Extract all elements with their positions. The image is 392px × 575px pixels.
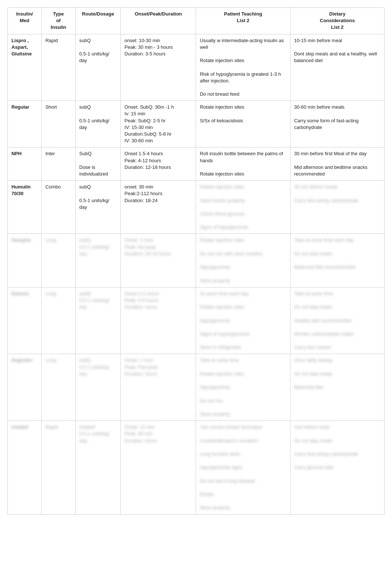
cell-type: Long	[41, 234, 75, 287]
cell-insulin-name: Humulin70/30	[8, 181, 42, 234]
cell-type: Long	[41, 287, 75, 354]
table-row: NPH Inter SubQDose isindividualized Onse…	[8, 147, 385, 181]
cell-route: subQ0.5-1 units/kg/day	[75, 287, 121, 354]
cell-route: subQ0.5-1 units/kg/day	[75, 34, 121, 101]
cell-dietary: 10-15 min before meal Dont skip meals an…	[290, 34, 384, 101]
cell-teaching: Use correct inhaler technique Contraindi…	[196, 421, 290, 514]
cell-dietary: Take at same time each day Do not skip m…	[290, 234, 384, 287]
cell-teaching: Rotate injection sites S/Sx of ketoacido…	[196, 101, 290, 147]
cell-route: subQ0.5-1 units/kg/day	[75, 354, 121, 421]
cell-insulin-name: Regular	[8, 101, 42, 147]
cell-insulin-name: Degludec	[8, 354, 42, 421]
cell-onset: onset: 30 min Peak:2-112 hours Duration:…	[121, 181, 196, 234]
header-patient-teaching: Patient TeachingList 2	[196, 8, 290, 34]
cell-teaching: Rotate injection sites Do not mix with o…	[196, 234, 290, 287]
cell-dietary: 30 min before meals Carry fast acting ca…	[290, 181, 384, 234]
cell-onset: Onset: 1 hourPeak: No peakDuration: 20-2…	[121, 234, 196, 287]
cell-route: subQ0.5-1 units/kg/day	[75, 234, 121, 287]
cell-onset: Onset: 1 hourPeak: Flat peakDuration: ho…	[121, 354, 196, 421]
cell-type: Combo	[41, 181, 75, 234]
cell-route: Inhaled0.5-1 units/kg/day	[75, 421, 121, 514]
cell-dietary: Use before meal Do not skip meals Carry …	[290, 421, 384, 514]
cell-teaching: Roll insulin bottle between the palms of…	[196, 147, 290, 181]
cell-dietary: Take at same time Do not skip meals Heal…	[290, 287, 384, 354]
cell-insulin-name: NPH	[8, 147, 42, 181]
table-row: Detemir Long subQ0.5-1 units/kg/day Onse…	[8, 287, 385, 354]
cell-teaching: At same time each day Rotate injection s…	[196, 287, 290, 354]
cell-onset: Onset 1-2 hoursPeak: 6-8 hoursDuration: …	[121, 287, 196, 354]
cell-insulin-name: Glargine	[8, 234, 42, 287]
cell-type: Inter	[41, 147, 75, 181]
cell-insulin-name: Inhaled	[8, 421, 42, 514]
cell-route: subQ0.5-1 units/kg/day	[75, 101, 121, 147]
cell-teaching: Usually w intermediate-acting insulin as…	[196, 34, 290, 101]
cell-dietary: 30-60 min before meals Carry some form o…	[290, 101, 384, 147]
header-insulin-med: Insulin/Med	[8, 8, 42, 34]
insulin-table: Insulin/Med TypeofInsulin Route/Dosage O…	[7, 7, 385, 515]
cell-insulin-name: Detemir	[8, 287, 42, 354]
cell-type: Rapid	[41, 421, 75, 514]
header-dietary-considerations: DietaryConsiderationsList 2	[290, 8, 384, 34]
cell-onset: Onset: 12 minPeak: 60 minDuration: hours	[121, 421, 196, 514]
cell-onset: onset: 10-30 minPeak: 30 min - 3 hoursDu…	[121, 34, 196, 101]
cell-teaching: Take at same time Rotate injection sites…	[196, 354, 290, 421]
cell-onset: Onset: SubQ: 30m -1 h Iv: 15 min Peak: S…	[121, 101, 196, 147]
header-route-dosage: Route/Dosage	[75, 8, 121, 34]
cell-onset: Onset 1.5-4 hours Peak: 4-12 hours Durat…	[121, 147, 196, 181]
table-row: Degludec Long subQ0.5-1 units/kg/day Ons…	[8, 354, 385, 421]
table-row: Inhaled Rapid Inhaled0.5-1 units/kg/day …	[8, 421, 385, 514]
table-row: Glargine Long subQ0.5-1 units/kg/day Ons…	[8, 234, 385, 287]
table-row: Lispro ,Aspart,Glulisine Rapid subQ0.5-1…	[8, 34, 385, 101]
header-type-of-insulin: TypeofInsulin	[41, 8, 75, 34]
table-row: Humulin70/30 Combo subQ0.5-1 units/kg/da…	[8, 181, 385, 234]
cell-type: Short	[41, 101, 75, 147]
cell-type: Rapid	[41, 34, 75, 101]
cell-dietary: Once daily dosing Do not skip meals Bala…	[290, 354, 384, 421]
cell-teaching: Rotate injection sites Store insulin pro…	[196, 181, 290, 234]
cell-insulin-name: Lispro ,Aspart,Glulisine	[8, 34, 42, 101]
cell-route: SubQDose isindividualized	[75, 147, 121, 181]
cell-type: Long	[41, 354, 75, 421]
cell-dietary: 30 min before first Meal of the day Mid …	[290, 147, 384, 181]
cell-route: subQ0.5-1 units/kg/day	[75, 181, 121, 234]
table-row: Regular Short subQ0.5-1 units/kg/day Ons…	[8, 101, 385, 147]
header-onset-peak-duration: Onset/Peak/Duration	[121, 8, 196, 34]
